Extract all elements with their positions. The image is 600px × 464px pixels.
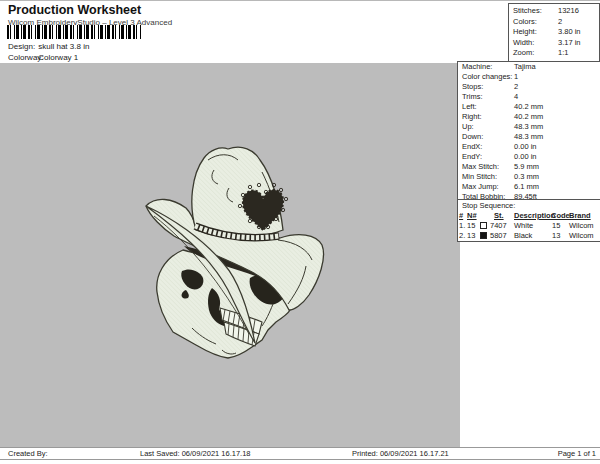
- stop-row-num: 1.: [459, 221, 465, 230]
- col-num: #: [459, 211, 463, 220]
- design-barcode: [7, 25, 142, 39]
- summary-row: Width:3.17 in: [509, 38, 599, 49]
- summary-row: Colors:2: [509, 17, 599, 28]
- stop-row-code: 15: [552, 221, 560, 230]
- printed-text: Printed: 06/09/2021 16.17.21: [352, 449, 449, 458]
- stop-row-num: 2.: [459, 231, 465, 240]
- design-row: Design: skull hat 3.8 in: [8, 42, 89, 51]
- colorway-value: Colorway 1: [38, 53, 78, 62]
- stop-row-description: Black: [514, 231, 532, 240]
- design-value: skull hat 3.8 in: [38, 42, 89, 51]
- stop-sequence-divider: [457, 199, 600, 200]
- footer-top-rule: [0, 447, 600, 448]
- stop-row-n: 13: [467, 231, 475, 240]
- col-n: N#: [467, 211, 477, 220]
- stop-row-n: 15: [467, 221, 475, 230]
- page-number: Page 1 of 1: [558, 449, 596, 458]
- summary-row: Stitches:13216: [509, 6, 599, 17]
- stop-row-code: 13: [552, 231, 560, 240]
- stop-row-description: White: [514, 221, 533, 230]
- window-top-edge: [0, 0, 600, 1]
- last-saved-text: Last Saved: 06/09/2021 16.17.18: [140, 449, 251, 458]
- summary-row: Zoom:1:1: [509, 48, 599, 59]
- summary-row: Height:3.80 in: [509, 27, 599, 38]
- footer-bottom-rule: [0, 459, 600, 460]
- embroidery-design-skull-cowboy-hat: [128, 138, 340, 370]
- stop-sequence-title: Stop Sequence:: [462, 201, 515, 210]
- created-by-label: Created By:: [8, 449, 48, 458]
- colorway-row: Colorway: Colorway 1: [8, 53, 78, 62]
- design-label: Design:: [8, 42, 36, 51]
- col-brand: Brand: [569, 211, 591, 220]
- machine-details-rows: Machine:Tajima Color changes:1 Stops:2 T…: [462, 62, 600, 202]
- design-summary-box: Stitches:13216 Colors:2 Height:3.80 in W…: [508, 3, 600, 64]
- thread-color-swatch: [480, 232, 487, 239]
- page-title: Production Worksheet: [8, 3, 141, 17]
- col-code: Code: [551, 211, 570, 220]
- colorway-label: Colorway:: [8, 53, 36, 62]
- stop-row-brand: Wilcom: [569, 221, 594, 230]
- stop-row-st: 7407: [490, 221, 507, 230]
- stop-row-brand: Wilcom: [569, 231, 594, 240]
- col-st: St.: [494, 211, 504, 220]
- thread-color-swatch: [480, 222, 487, 229]
- col-description: Description: [514, 211, 555, 220]
- stop-row-st: 5807: [490, 231, 507, 240]
